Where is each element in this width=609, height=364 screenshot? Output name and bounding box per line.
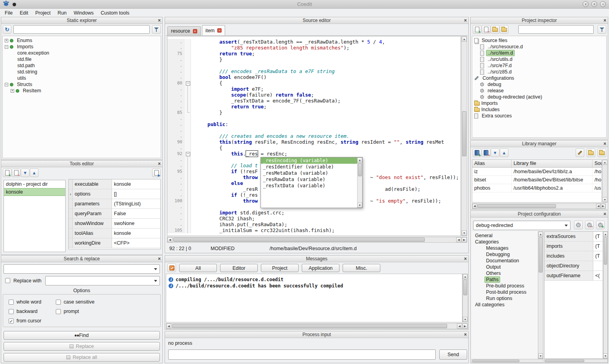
menu-item-project[interactable]: Project: [32, 9, 54, 16]
project-item-src-e7f-d[interactable]: ../src/e7F.d: [472, 62, 606, 69]
close-panel-icon[interactable]: ×: [603, 141, 606, 147]
project-item-debug-redirected-active[interactable]: debug-redirected (active): [472, 94, 606, 100]
sync-configuration-button[interactable]: [574, 221, 583, 229]
scroll-up-icon[interactable]: ▲: [603, 232, 608, 237]
property-value[interactable]: (TStringList): [112, 199, 160, 209]
close-panel-icon[interactable]: ×: [603, 17, 606, 24]
scroll-thumb[interactable]: [545, 360, 584, 362]
move-library-down-button[interactable]: ▼: [491, 148, 499, 157]
config-row-imports[interactable]: imports(T: [545, 241, 603, 251]
property-value[interactable]: <CFP>: [112, 238, 160, 248]
scroll-up-icon[interactable]: ▲: [538, 232, 543, 237]
scroll-right-icon[interactable]: ▶: [601, 204, 605, 209]
edit-library-button[interactable]: [576, 148, 584, 157]
option-whole-word[interactable]: whole word: [9, 299, 41, 305]
close-panel-icon[interactable]: ×: [464, 256, 467, 262]
categories-hscrollbar[interactable]: [471, 359, 543, 363]
messages-tab-editor[interactable]: Editor: [220, 264, 258, 272]
project-item-configurations[interactable]: Configurations: [472, 75, 606, 81]
completion-item-residentifier-variable[interactable]: _resIdentifier (variable): [261, 164, 357, 170]
expander-icon[interactable]: −: [5, 45, 8, 49]
checkbox-icon[interactable]: [56, 309, 61, 314]
close-panel-icon[interactable]: ×: [464, 17, 467, 24]
category-categories[interactable]: Categories: [471, 239, 538, 245]
tool-item-konsole[interactable]: konsole: [4, 188, 65, 196]
config-value[interactable]: [593, 261, 603, 271]
remove-configuration-button[interactable]: −: [585, 221, 594, 229]
category-general[interactable]: General: [471, 232, 538, 239]
scroll-thumb[interactable]: [539, 237, 543, 273]
project-item-includes[interactable]: Includes: [472, 106, 606, 113]
config-value[interactable]: (T: [593, 232, 603, 241]
fold-margin[interactable]: [185, 151, 191, 157]
replace-all-button[interactable]: Replace all: [4, 353, 160, 362]
config-row-outputfilename[interactable]: outputFilename<(: [545, 271, 603, 281]
run-tool-button[interactable]: ▸: [152, 168, 161, 177]
options-hscrollbar[interactable]: [544, 359, 608, 363]
close-tab-icon[interactable]: ×: [217, 28, 222, 33]
scroll-down-icon[interactable]: ▼: [603, 353, 608, 359]
refresh-button[interactable]: ↻: [3, 25, 11, 34]
scroll-up-icon[interactable]: ▲: [357, 157, 362, 163]
expander-icon[interactable]: +: [5, 39, 8, 42]
close-panel-icon[interactable]: ×: [603, 211, 606, 217]
scroll-thumb[interactable]: [463, 280, 467, 295]
property-row-toolalias[interactable]: toolAliaskonsole: [69, 229, 160, 238]
editor-vscrollbar[interactable]: ▲ ▼: [461, 36, 467, 236]
replace-with-combo[interactable]: [45, 276, 160, 285]
menu-item-run[interactable]: Run: [54, 9, 70, 16]
project-item-release[interactable]: release: [472, 88, 606, 94]
scroll-down-icon[interactable]: ▼: [357, 203, 362, 208]
property-value[interactable]: swoNone: [112, 219, 160, 228]
close-panel-icon[interactable]: ×: [158, 161, 161, 167]
popup-scrollbar[interactable]: ▲ ▼: [357, 157, 362, 208]
completion-item-restxtdata-variable[interactable]: _resTxtData (variable): [261, 183, 357, 189]
project-item-debug[interactable]: debug: [472, 81, 606, 88]
option-from-cursor[interactable]: ✓from cursor: [9, 318, 41, 324]
close-tab-icon[interactable]: ×: [193, 29, 197, 33]
property-row-executable[interactable]: executablekonsole: [69, 179, 160, 189]
column-header-alias[interactable]: Alias: [472, 160, 512, 167]
find-button[interactable]: Find: [4, 331, 160, 340]
scroll-thumb[interactable]: [462, 111, 466, 156]
project-item-src-utils-d[interactable]: ../src/utils.d: [472, 56, 606, 62]
filter-button[interactable]: [152, 25, 161, 34]
checkbox-icon[interactable]: [56, 300, 61, 305]
scroll-down-icon[interactable]: ▼: [462, 230, 467, 236]
shade-window-icon[interactable]: ∨: [583, 1, 589, 7]
editor-tab-resource[interactable]: resource×: [167, 26, 201, 35]
option-prompt[interactable]: prompt: [56, 309, 79, 314]
replace-with-checkbox[interactable]: [5, 278, 10, 283]
clear-messages-button[interactable]: [167, 263, 176, 272]
symbol-search-input[interactable]: [13, 25, 150, 34]
inspector-search-input[interactable]: [518, 25, 594, 34]
replace-button[interactable]: Replace: [4, 342, 160, 351]
tool-item-dolphin-project-dir[interactable]: dolphin - project dir: [4, 180, 65, 188]
scroll-thumb[interactable]: [173, 238, 425, 242]
scroll-down-icon[interactable]: ▼: [463, 317, 468, 322]
fold-margin[interactable]: [185, 80, 191, 86]
project-item-source-files[interactable]: Source files: [472, 37, 606, 44]
category-documentation[interactable]: Documentation: [471, 258, 538, 264]
config-value[interactable]: (T: [593, 241, 603, 251]
category-paths[interactable]: Paths: [471, 276, 538, 283]
symbol-utils[interactable]: utils: [3, 75, 161, 81]
symbol-imports[interactable]: −Imports: [3, 44, 161, 50]
category-all-categories[interactable]: All categories: [471, 302, 538, 308]
symbol-resitem[interactable]: +ResItem: [3, 88, 161, 94]
messages-vscrollbar[interactable]: ▲ ▼: [462, 274, 468, 322]
scroll-left-icon[interactable]: ◀: [472, 204, 477, 209]
library-row-phobos[interactable]: phobos/usr/lib64/libphobos2.a/us: [472, 184, 602, 192]
close-window-icon[interactable]: ×: [600, 1, 606, 7]
configuration-select[interactable]: debug-redirected: [473, 221, 570, 230]
process-input-field[interactable]: [168, 349, 436, 360]
add-source-button[interactable]: +: [473, 25, 481, 34]
scroll-down-icon[interactable]: ▼: [602, 197, 607, 202]
symbol-core-exception[interactable]: core.exception: [3, 50, 161, 56]
completion-item-resmetadata-variable[interactable]: _resMetaData (variable): [261, 170, 357, 176]
expander-icon[interactable]: +: [11, 89, 14, 93]
scroll-thumb[interactable]: [604, 237, 607, 265]
scroll-left-icon[interactable]: ◀: [166, 324, 171, 329]
property-value[interactable]: []: [112, 189, 160, 199]
scroll-left2-icon[interactable]: ◀: [596, 204, 601, 209]
